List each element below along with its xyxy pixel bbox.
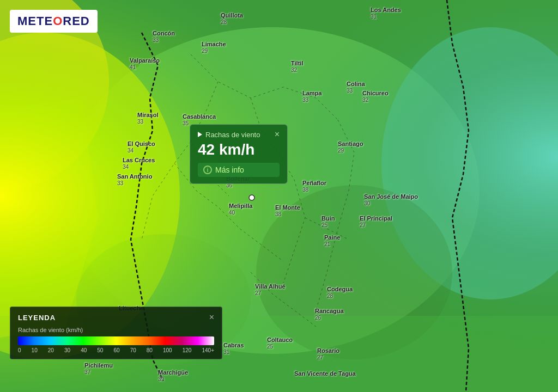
logo: METEORED [10, 10, 98, 33]
place-label: Lampa33 [302, 90, 322, 103]
legend-label: 70 [130, 347, 136, 353]
tooltip-header: Rachas de viento × [198, 130, 280, 139]
place-label: Concón33 [153, 30, 175, 43]
legend-gradient-bar [18, 336, 214, 345]
legend-label: 100 [163, 347, 172, 353]
legend-title: LEYENDA [18, 314, 56, 322]
legend-label: 30 [64, 347, 70, 353]
place-label: Paine21 [324, 234, 340, 247]
place-label: Pichilemu37 [84, 362, 113, 375]
place-label: El Principal27 [360, 215, 392, 228]
more-info-button[interactable]: i Más info [198, 163, 280, 177]
place-label: Cabras31 [223, 342, 244, 355]
place-label: Villa Alhué27 [255, 283, 286, 296]
place-label: Tiltil32 [291, 60, 303, 73]
legend-header: LEYENDA × [18, 313, 214, 322]
legend-label: 10 [32, 347, 38, 353]
legend-label: 120 [183, 347, 192, 353]
legend-label: 140+ [202, 347, 214, 353]
place-label: Peñaflor38 [302, 180, 326, 193]
legend-label: 60 [113, 347, 119, 353]
tooltip-close-button[interactable]: × [275, 130, 280, 139]
place-label: San Antonio33 [117, 173, 152, 186]
place-label: San Vicente de Tagua [294, 370, 356, 377]
place-label: Rosario27 [317, 347, 339, 360]
legend-label: 20 [48, 347, 54, 353]
tooltip-title: Rachas de viento [198, 131, 260, 139]
wind-flag-icon [198, 132, 202, 137]
place-label: Mirasol33 [137, 112, 159, 125]
legend-subtitle: Rachas de viento (km/h) [18, 327, 214, 333]
place-label: Los Andes31 [371, 7, 401, 20]
legend-label: 40 [81, 347, 87, 353]
wind-tooltip: Rachas de viento × 42 km/h i Más info [190, 124, 288, 184]
legend-label: 50 [97, 347, 103, 353]
legend-panel: LEYENDA × Rachas de viento (km/h) 010203… [10, 307, 222, 359]
place-label: Buin25 [322, 215, 335, 228]
place-label: Las Cruces34 [123, 157, 155, 170]
place-label: Rancagua26 [315, 308, 344, 321]
legend-label: 80 [147, 347, 153, 353]
place-label: Valparaíso41 [130, 57, 160, 70]
place-label: El Monte38 [275, 204, 300, 217]
place-label: Coltauco25 [267, 336, 293, 350]
tooltip-title-text: Rachas de viento [205, 131, 260, 139]
logo-text: METEORED [17, 14, 90, 28]
place-label: Melipilla40 [229, 203, 252, 216]
legend-close-button[interactable]: × [209, 313, 214, 322]
place-label: Chicureo32 [362, 90, 389, 103]
place-label: Santiago29 [338, 140, 363, 154]
legend-labels: 01020304050607080100120140+ [18, 347, 214, 353]
wind-speed-value: 42 km/h [198, 141, 280, 158]
place-label: Limache29 [202, 41, 226, 54]
legend-label: 0 [18, 347, 21, 353]
more-info-label: Más info [215, 166, 244, 174]
place-label: El Quisco34 [128, 140, 155, 154]
map-container: Los Andes31Quillota28Concón33Limache29Va… [0, 0, 558, 392]
place-label: Codegua28 [327, 286, 353, 299]
place-label: Quillota28 [221, 12, 243, 25]
info-circle-icon: i [203, 166, 212, 174]
place-label: Marchigüe39 [158, 369, 188, 382]
place-label: San José de Maipo30 [364, 193, 418, 206]
